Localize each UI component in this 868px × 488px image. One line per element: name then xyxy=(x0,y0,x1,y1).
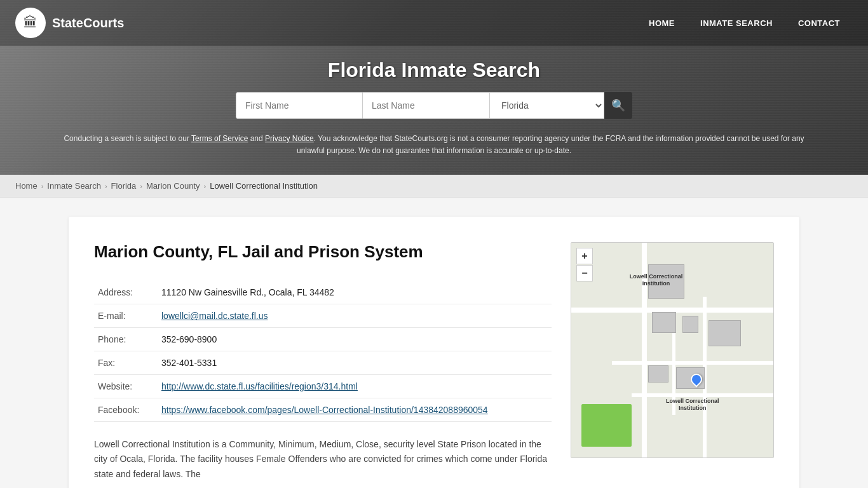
map-building xyxy=(648,365,668,383)
breadcrumb-county[interactable]: Marion County xyxy=(146,181,200,191)
map-building xyxy=(709,320,741,346)
hero-title: Florida Inmate Search xyxy=(13,58,855,82)
website-value: http://www.dc.state.fl.us/facilities/reg… xyxy=(158,375,552,398)
table-row: Address: 11120 Nw Gainesville Rd., Ocala… xyxy=(94,281,552,304)
breadcrumb-current: Lowell Correctional Institution xyxy=(210,181,318,191)
breadcrumb-sep-3: › xyxy=(140,182,142,190)
table-row: Fax: 352-401-5331 xyxy=(94,351,552,375)
website-label: Website: xyxy=(94,375,158,398)
nav-home[interactable]: HOME xyxy=(636,13,688,33)
nav-links: HOME INMATE SEARCH CONTACT xyxy=(636,13,853,33)
main-content: Marion County, FL Jail and Prison System… xyxy=(0,198,868,488)
disclaimer: Conducting a search is subject to our Te… xyxy=(13,128,855,168)
map-container[interactable]: Lowell CorrectionalInstitution Lowell Co… xyxy=(571,242,774,458)
breadcrumb-sep-1: › xyxy=(41,182,44,190)
privacy-link[interactable]: Privacy Notice xyxy=(265,134,314,143)
breadcrumb: Home › Inmate Search › Florida › Marion … xyxy=(0,175,868,198)
content-card: Marion County, FL Jail and Prison System… xyxy=(69,217,799,488)
breadcrumb-home[interactable]: Home xyxy=(15,181,37,191)
breadcrumb-sep-2: › xyxy=(105,182,107,190)
info-table: Address: 11120 Nw Gainesville Rd., Ocala… xyxy=(94,281,552,422)
fax-value: 352-401-5331 xyxy=(158,351,552,375)
logo-icon: 🏛 xyxy=(15,8,46,38)
table-row: E-mail: lowellci@mail.dc.state.fl.us xyxy=(94,304,552,328)
first-name-input[interactable] xyxy=(236,92,363,119)
facebook-label: Facebook: xyxy=(94,398,158,422)
nav-contact[interactable]: CONTACT xyxy=(785,13,853,33)
map-label-1: Lowell CorrectionalInstitution xyxy=(630,273,683,288)
breadcrumb-inmate-search[interactable]: Inmate Search xyxy=(47,181,101,191)
header: 🏛 StateCourts HOME INMATE SEARCH CONTACT… xyxy=(0,0,868,175)
search-bar: Select State AlabamaAlaskaArizonaArkansa… xyxy=(13,92,855,119)
address-label: Address: xyxy=(94,281,158,304)
nav-inmate-search[interactable]: INMATE SEARCH xyxy=(688,13,785,33)
table-row: Facebook: https://www.facebook.com/pages… xyxy=(94,398,552,422)
map-building xyxy=(682,316,698,333)
phone-label: Phone: xyxy=(94,328,158,351)
email-value: lowellci@mail.dc.state.fl.us xyxy=(158,304,552,328)
phone-value: 352-690-8900 xyxy=(158,328,552,351)
map-pin xyxy=(691,374,702,389)
state-select[interactable]: Select State AlabamaAlaskaArizonaArkansa… xyxy=(490,92,604,119)
hero-section: Florida Inmate Search Select State Alaba… xyxy=(0,46,868,175)
email-link[interactable]: lowellci@mail.dc.state.fl.us xyxy=(161,311,268,321)
email-label: E-mail: xyxy=(94,304,158,328)
map-zoom-in-button[interactable]: + xyxy=(576,248,593,264)
search-button[interactable]: 🔍 xyxy=(604,92,632,119)
map-label-2: Lowell CorrectionalInstitution xyxy=(666,398,719,412)
map-building xyxy=(652,312,676,334)
address-value: 11120 Nw Gainesville Rd., Ocala, FL 3448… xyxy=(158,281,552,304)
site-name: StateCourts xyxy=(52,16,124,30)
facebook-value: https://www.facebook.com/pages/Lowell-Co… xyxy=(158,398,552,422)
breadcrumb-sep-4: › xyxy=(204,182,207,190)
last-name-input[interactable] xyxy=(363,92,490,119)
map-zoom-out-button[interactable]: − xyxy=(576,265,593,281)
map-controls: + − xyxy=(576,248,593,281)
table-row: Website: http://www.dc.state.fl.us/facil… xyxy=(94,375,552,398)
map-area: Lowell CorrectionalInstitution Lowell Co… xyxy=(571,242,774,481)
map-green-area xyxy=(581,404,632,447)
map-pin-marker xyxy=(688,371,704,387)
facility-title: Marion County, FL Jail and Prison System xyxy=(94,242,552,262)
breadcrumb-state[interactable]: Florida xyxy=(111,181,137,191)
terms-link[interactable]: Terms of Service xyxy=(191,134,248,143)
top-nav: 🏛 StateCourts HOME INMATE SEARCH CONTACT xyxy=(0,0,868,46)
table-row: Phone: 352-690-8900 xyxy=(94,328,552,351)
map-road xyxy=(612,361,773,365)
logo-link[interactable]: 🏛 StateCourts xyxy=(15,8,124,38)
facebook-link[interactable]: https://www.facebook.com/pages/Lowell-Co… xyxy=(161,405,488,415)
fax-label: Fax: xyxy=(94,351,158,375)
content-left: Marion County, FL Jail and Prison System… xyxy=(94,242,552,481)
facility-description: Lowell Correctional Institution is a Com… xyxy=(94,437,552,481)
search-icon: 🔍 xyxy=(611,98,625,112)
website-link[interactable]: http://www.dc.state.fl.us/facilities/reg… xyxy=(161,381,358,391)
